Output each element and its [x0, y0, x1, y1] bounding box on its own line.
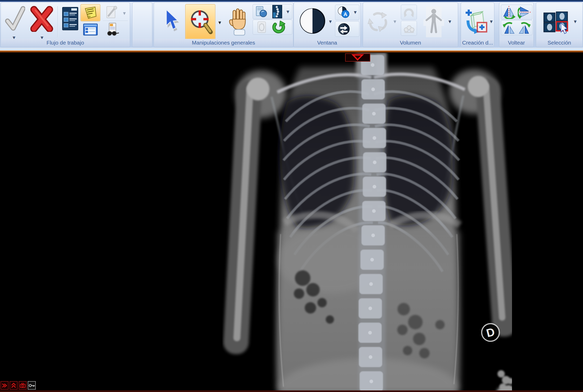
scout-dropdown[interactable]: ▾ [285, 9, 291, 14]
rotate-left-icon [502, 21, 516, 34]
rotate-right-button[interactable] [517, 21, 532, 35]
create-view-button[interactable] [465, 7, 488, 35]
notes-button[interactable] [81, 4, 100, 21]
form-window-icon [83, 23, 98, 36]
sticky-note-icon [83, 6, 98, 19]
patient-orientation-dropdown[interactable]: ▾ [447, 19, 453, 24]
double-chevron-up-icon [10, 382, 17, 389]
flujo-subseparator [103, 21, 128, 21]
contrast-icon [300, 8, 325, 34]
group-label: Creación d... [461, 39, 494, 47]
flujo-separator [58, 6, 58, 37]
group-label: Manipulaciones generales [154, 39, 293, 47]
ribbon-orange-separator [0, 50, 583, 53]
gray-tools-icon [402, 22, 415, 34]
auto-window-icon: A [337, 6, 350, 19]
scroll-tool-button[interactable] [255, 21, 268, 34]
group-ventana: ▾ A ▾ Ventana [294, 2, 361, 47]
camera-icon [19, 382, 26, 389]
viewer-mini-toolbar [1, 381, 36, 390]
triangle-down-icon [346, 54, 370, 61]
probe-doc-icon [255, 5, 268, 18]
rotate-right-icon [518, 21, 531, 34]
group-voltear: Voltear [499, 2, 534, 47]
volume-tools-button[interactable] [402, 22, 416, 35]
group-volumen: ▾ [363, 2, 458, 47]
mpr-box-icon [465, 8, 488, 34]
zoom-target-tool-button[interactable] [185, 4, 215, 40]
flip-horizontal-icon [502, 5, 516, 19]
chevron-right-icon [1, 382, 8, 389]
key-icon [28, 382, 35, 389]
pointer-tool-button[interactable] [161, 6, 181, 35]
auto-window-letter: A [344, 11, 347, 17]
pan-tool-button[interactable] [227, 6, 249, 39]
accept-button[interactable] [3, 4, 27, 34]
invert-icon [338, 23, 350, 35]
group-label: Flujo de trabajo [1, 39, 130, 47]
red-x-icon [30, 6, 54, 32]
dictation-dropdown[interactable]: ▾ [122, 10, 127, 16]
body-orientation-icon [423, 5, 444, 39]
group-creacion: ▾ Creación d... [461, 2, 494, 47]
capture-button[interactable] [19, 381, 27, 390]
flip-horizontal-button[interactable] [501, 5, 516, 19]
pen-icon [105, 5, 119, 19]
window-top-strip [0, 0, 583, 2]
reset-icon [271, 21, 285, 34]
auto-window-button[interactable]: A [337, 6, 351, 19]
cursor-icon [163, 8, 179, 32]
flip-vertical-icon [518, 5, 531, 19]
form-button[interactable] [81, 22, 100, 37]
dictation-button[interactable] [104, 5, 120, 20]
group-seleccion: ▾ Selección [536, 2, 583, 47]
group-label: Voltear [500, 39, 533, 47]
xray-image: D [222, 53, 512, 392]
report-list-icon [61, 6, 80, 31]
group-label: Selección [536, 39, 582, 47]
check-icon [4, 5, 25, 33]
hand-icon [229, 8, 247, 37]
zoom-dropdown[interactable]: ▾ [217, 20, 223, 25]
layout-grid-icon [542, 9, 569, 34]
probe-tool-button[interactable] [255, 5, 268, 18]
image-viewer-canvas[interactable]: D [0, 53, 583, 392]
reject-button[interactable] [29, 4, 55, 34]
ribbon-bottom-band [0, 48, 583, 50]
group-label: Ventana [294, 39, 360, 47]
auto-window-dropdown[interactable]: ▾ [352, 9, 358, 15]
volume-rotate-dropdown[interactable]: ▾ [392, 19, 398, 24]
volume-rotate-button[interactable] [366, 8, 390, 34]
zoom-target-icon [188, 8, 213, 37]
worklist-button[interactable] [60, 5, 81, 32]
collapse-up-button[interactable] [10, 381, 18, 390]
window-level-button[interactable] [300, 6, 325, 36]
bottom-panel-edge [0, 390, 583, 392]
create-view-dropdown[interactable]: ▾ [488, 19, 494, 24]
scroll-gray-icon [256, 21, 267, 33]
search-report-button[interactable] [104, 22, 121, 37]
reset-button[interactable] [271, 21, 286, 34]
expand-panel-button[interactable] [1, 381, 9, 390]
volume-arc-button[interactable] [402, 6, 416, 19]
viewport-layout-dropdown[interactable]: ▾ [572, 19, 578, 24]
scout-line-button[interactable] [271, 5, 283, 19]
group-manipulaciones-generales: ▾ [154, 2, 293, 47]
viewport-layout-button[interactable] [541, 9, 570, 35]
spine-thumb-icon [272, 5, 282, 19]
recycle-rotate-icon [366, 9, 390, 33]
arc-rotate-icon [402, 6, 415, 18]
patient-orientation-button[interactable] [423, 4, 445, 39]
group-label: Volumen [363, 39, 458, 47]
collapsed-panel-indicator[interactable] [345, 53, 370, 62]
flip-vertical-button[interactable] [517, 5, 532, 19]
invert-button[interactable] [337, 22, 351, 36]
group-flujo-de-trabajo: ▾ ▾ [1, 2, 130, 47]
rotate-left-button[interactable] [501, 21, 516, 35]
window-level-dropdown[interactable]: ▾ [328, 19, 333, 24]
report-search-icon [105, 23, 120, 36]
ribbon-toolbar: ▾ ▾ [0, 0, 583, 48]
group-label [133, 39, 152, 47]
group-empty [132, 2, 152, 47]
lock-button[interactable] [28, 381, 36, 390]
